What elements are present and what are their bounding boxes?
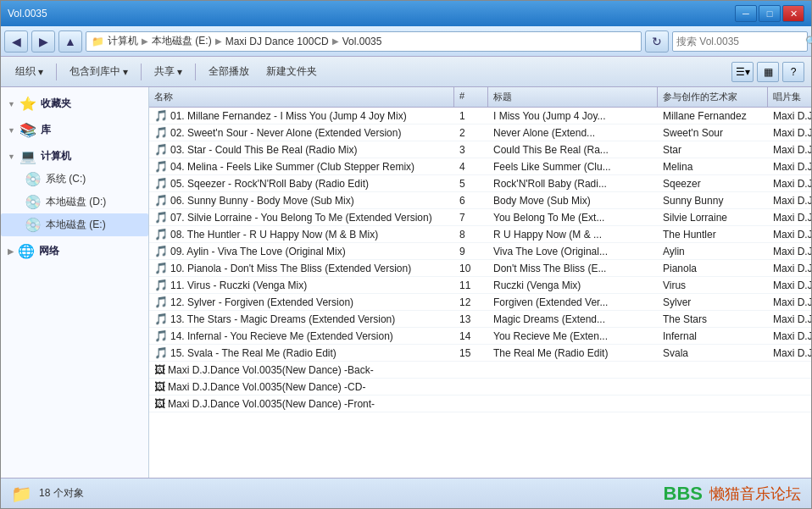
file-cell-album: Maxi D.J. Da... <box>768 244 811 259</box>
table-row[interactable]: 🎵05. Sqeezer - Rock'N'Roll Baby (Radio E… <box>149 175 811 192</box>
table-row[interactable]: 🎵09. Aylin - Viva The Love (Original Mix… <box>149 243 811 260</box>
col-header-artist[interactable]: 参与创作的艺术家 <box>658 87 768 107</box>
view-options-button[interactable]: ☰▾ <box>731 62 754 82</box>
table-row[interactable]: 🎵11. Virus - Ruczki (Venga Mix) 11 Ruczk… <box>149 277 811 294</box>
search-input[interactable] <box>676 36 804 47</box>
file-cell-title: Feels Like Summer (Clu... <box>488 159 658 174</box>
table-row[interactable]: 🎵15. Svala - The Real Me (Radio Edit) 15… <box>149 345 811 362</box>
table-row[interactable]: 🎵14. Infernal - You Recieve Me (Extended… <box>149 328 811 345</box>
address-path[interactable]: 📁 计算机 ▶ 本地磁盘 (E:) ▶ Maxi DJ Dance 100CD … <box>86 31 642 52</box>
organize-button[interactable]: 组织 ▾ <box>8 61 51 83</box>
file-cell-number <box>454 368 488 372</box>
forward-button[interactable]: ▶ <box>31 30 55 53</box>
file-cell-album: Maxi D.J. Da... <box>768 108 811 124</box>
file-cell-number: 9 <box>454 244 488 259</box>
file-cell-number: 14 <box>454 329 488 344</box>
sidebar-item-network[interactable]: ▶ 🌐 网络 <box>1 240 148 263</box>
file-type-icon: 🎵 <box>154 160 168 173</box>
file-cell-album: Maxi D.J. Da... <box>768 176 811 191</box>
file-cell-name: 🎵14. Infernal - You Recieve Me (Extended… <box>149 328 454 344</box>
file-cell-title: Body Move (Sub Mix) <box>488 193 658 208</box>
table-row[interactable]: 🎵06. Sunny Bunny - Body Move (Sub Mix) 6… <box>149 192 811 209</box>
refresh-button[interactable]: ↻ <box>645 30 669 53</box>
sidebar-section-favorites: ▼ ⭐ 收藏夹 <box>1 92 148 115</box>
file-cell-name: 🎵02. Sweet'n Sour - Never Alone (Extende… <box>149 124 454 141</box>
table-row[interactable]: 🖼Maxi D.J.Dance Vol.0035(New Dance) -Bac… <box>149 362 811 379</box>
status-folder-icon: 📁 <box>11 484 32 504</box>
file-cell-name: 🎵10. Pianola - Don't Miss The Bliss (Ext… <box>149 260 454 276</box>
sidebar-item-drive-c[interactable]: 💿 系统 (C:) <box>1 168 148 191</box>
toolbar-sep-2 <box>141 64 142 80</box>
table-row[interactable]: 🎵07. Silvie Lorraine - You Belong To Me … <box>149 209 811 226</box>
title-bar: Vol.0035 ─ □ ✕ <box>1 1 811 26</box>
file-cell-title <box>488 402 658 406</box>
table-row[interactable]: 🎵10. Pianola - Don't Miss The Bliss (Ext… <box>149 260 811 277</box>
table-row[interactable]: 🎵08. The Huntler - R U Happy Now (M & B … <box>149 226 811 243</box>
new-folder-button[interactable]: 新建文件夹 <box>259 61 325 83</box>
file-type-icon: 🎵 <box>154 313 168 325</box>
table-row[interactable]: 🎵01. Millane Fernandez - I Miss You (Jum… <box>149 108 811 124</box>
col-header-name[interactable]: 名称 <box>149 87 454 107</box>
file-type-icon: 🎵 <box>154 228 168 241</box>
file-cell-artist: Sweet'n Sour <box>658 125 768 141</box>
col-header-album[interactable]: 唱片集 <box>768 87 811 107</box>
sidebar-item-favorites[interactable]: ▼ ⭐ 收藏夹 <box>1 92 148 115</box>
file-cell-artist <box>658 368 768 372</box>
table-row[interactable]: 🎵04. Melina - Feels Like Summer (Club St… <box>149 158 811 175</box>
file-cell-title: You Recieve Me (Exten... <box>488 329 658 344</box>
table-row[interactable]: 🎵12. Sylver - Forgiven (Extended Version… <box>149 294 811 311</box>
table-row[interactable]: 🎵13. The Stars - Magic Dreams (Extended … <box>149 311 811 328</box>
table-row[interactable]: 🎵03. Star - Could This Be Real (Radio Mi… <box>149 141 811 158</box>
maximize-button[interactable]: □ <box>759 5 781 22</box>
title-bar-text: Vol.0035 <box>8 8 735 19</box>
file-cell-name: 🖼Maxi D.J.Dance Vol.0035(New Dance) -Fro… <box>149 396 454 412</box>
col-header-number[interactable]: # <box>454 87 488 107</box>
play-all-button[interactable]: 全部播放 <box>201 61 257 83</box>
help-button[interactable]: ? <box>782 62 804 82</box>
table-row[interactable]: 🎵02. Sweet'n Sour - Never Alone (Extende… <box>149 124 811 141</box>
file-cell-name: 🎵05. Sqeezer - Rock'N'Roll Baby (Radio E… <box>149 175 454 191</box>
share-button[interactable]: 共享 ▾ <box>147 61 190 83</box>
toolbar: 组织 ▾ 包含到库中 ▾ 共享 ▾ 全部播放 新建文件夹 ☰▾ ▦ ? <box>1 57 811 87</box>
main-content: ▼ ⭐ 收藏夹 ▼ 📚 库 ▼ 💻 计算机 <box>1 87 811 478</box>
up-button[interactable]: ▲ <box>58 30 82 53</box>
file-cell-artist: Star <box>658 142 768 158</box>
close-button[interactable]: ✕ <box>782 5 804 22</box>
sidebar-item-drive-d[interactable]: 💿 本地磁盘 (D:) <box>1 191 148 213</box>
include-library-label: 包含到库中 <box>70 64 120 79</box>
include-library-chevron: ▾ <box>123 66 128 78</box>
toolbar-sep-3 <box>195 64 196 80</box>
sidebar-section-network: ▶ 🌐 网络 <box>1 240 148 263</box>
include-library-button[interactable]: 包含到库中 ▾ <box>62 61 136 83</box>
file-cell-name: 🖼Maxi D.J.Dance Vol.0035(New Dance) -CD- <box>149 379 454 395</box>
search-box[interactable]: 🔍 <box>672 31 808 52</box>
favorites-label: 收藏夹 <box>41 97 71 111</box>
table-row[interactable]: 🖼Maxi D.J.Dance Vol.0035(New Dance) -Fro… <box>149 396 811 412</box>
file-cell-album: Maxi D.J. Da... <box>768 193 811 208</box>
file-cell-number: 5 <box>454 176 488 191</box>
minimize-button[interactable]: ─ <box>735 5 757 22</box>
file-cell-title: Forgiven (Extended Ver... <box>488 295 658 310</box>
file-type-icon: 🎵 <box>154 143 168 156</box>
sidebar-item-computer[interactable]: ▼ 💻 计算机 <box>1 145 148 168</box>
file-cell-artist: Svala <box>658 346 768 361</box>
file-type-icon: 🎵 <box>154 279 168 291</box>
table-row[interactable]: 🖼Maxi D.J.Dance Vol.0035(New Dance) -CD- <box>149 379 811 396</box>
col-header-title[interactable]: 标题 <box>488 87 658 107</box>
file-cell-title: Never Alone (Extend... <box>488 125 658 141</box>
preview-button[interactable]: ▦ <box>757 62 779 82</box>
back-button[interactable]: ◀ <box>4 30 28 53</box>
file-list-area[interactable]: 名称 # 标题 参与创作的艺术家 唱片集 🎵01. Millane Fernan… <box>149 87 811 478</box>
play-all-label: 全部播放 <box>209 64 249 79</box>
file-cell-name: 🎵12. Sylver - Forgiven (Extended Version… <box>149 294 454 310</box>
file-cell-title: Rock'N'Roll Baby (Radi... <box>488 176 658 191</box>
sidebar: ▼ ⭐ 收藏夹 ▼ 📚 库 ▼ 💻 计算机 <box>1 87 149 478</box>
path-sep-1: ▶ <box>142 36 148 46</box>
computer-icon: 💻 <box>19 148 36 164</box>
sidebar-section-library: ▼ 📚 库 <box>1 119 148 141</box>
status-count: 18 个对象 <box>39 486 84 501</box>
sidebar-item-drive-e[interactable]: 💿 本地磁盘 (E:) <box>1 213 148 236</box>
file-type-icon: 🖼 <box>154 397 165 410</box>
sidebar-item-library[interactable]: ▼ 📚 库 <box>1 119 148 141</box>
file-cell-name: 🎵09. Aylin - Viva The Love (Original Mix… <box>149 243 454 259</box>
